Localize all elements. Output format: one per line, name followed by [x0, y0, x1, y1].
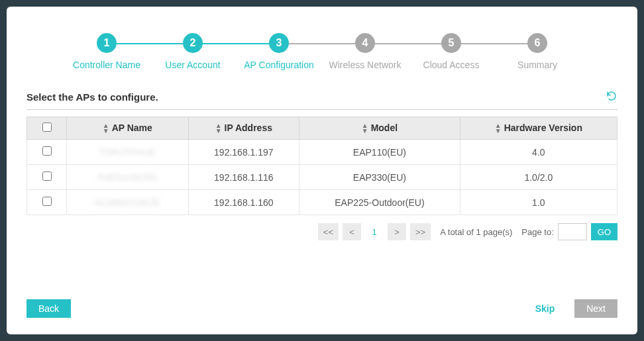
- header-hw[interactable]: ▲▼Hardware Version: [460, 117, 617, 140]
- step-connector: [193, 43, 279, 44]
- model-cell: EAP110(EU): [299, 140, 460, 165]
- step-circle: 4: [355, 33, 375, 53]
- ip-cell: 192.168.1.160: [188, 190, 299, 215]
- skip-button[interactable]: Skip: [523, 299, 567, 318]
- step-user-account: 2 User Account: [150, 33, 236, 70]
- step-label: Cloud Access: [423, 60, 480, 70]
- page-prev-button[interactable]: <: [343, 223, 361, 240]
- step-circle: 6: [527, 33, 547, 53]
- section-title: Select the APs to configure.: [27, 91, 158, 103]
- hw-cell: 4.0: [460, 140, 617, 165]
- go-button[interactable]: GO: [591, 223, 617, 240]
- stepper: 1 Controller Name 2 User Account 3 AP Co…: [27, 33, 617, 70]
- model-cell: EAP330(EU): [299, 165, 460, 190]
- table-row: TDRUTPHUE 192.168.1.197 EAP110(EU) 4.0: [27, 140, 617, 165]
- ap-name-cell: TDRUTPHUE: [99, 147, 156, 158]
- ap-table: ▲▼AP Name ▲▼IP Address ▲▼Model ▲▼Hardwar…: [27, 117, 617, 215]
- table-header-row: ▲▼AP Name ▲▼IP Address ▲▼Model ▲▼Hardwar…: [27, 117, 617, 140]
- page-current-button[interactable]: 1: [365, 223, 384, 240]
- header-ap-name[interactable]: ▲▼AP Name: [67, 117, 189, 140]
- step-label: Summary: [517, 60, 557, 70]
- step-ap-configuration: 3 AP Configuration: [236, 33, 322, 70]
- total-pages-text: A total of 1 page(s): [440, 227, 512, 237]
- table-row: PnESunSCRA 192.168.1.116 EAP330(EU) 1.0/…: [27, 165, 617, 190]
- row-checkbox[interactable]: [42, 146, 52, 156]
- row-checkbox[interactable]: [42, 171, 52, 181]
- table-row: ACMNATDIEZE 192.168.1.160 EAP225-Outdoor…: [27, 190, 617, 215]
- step-label: User Account: [165, 60, 220, 70]
- step-label: AP Configuration: [244, 60, 314, 70]
- step-label: Controller Name: [73, 60, 140, 70]
- step-summary: 6 Summary: [494, 33, 580, 70]
- page-next-button[interactable]: >: [388, 223, 406, 240]
- page-first-button[interactable]: <<: [318, 223, 339, 240]
- header-model[interactable]: ▲▼Model: [299, 117, 460, 140]
- step-connector: [365, 43, 451, 44]
- sort-icon: ▲▼: [215, 123, 222, 134]
- model-cell: EAP225-Outdoor(EU): [299, 190, 460, 215]
- next-button[interactable]: Next: [574, 299, 617, 318]
- step-circle: 2: [183, 33, 203, 53]
- ip-cell: 192.168.1.197: [188, 140, 299, 165]
- page-to-label: Page to:: [521, 227, 553, 237]
- step-connector: [107, 43, 193, 44]
- step-label: Wireless Network: [329, 60, 402, 70]
- sort-icon: ▲▼: [103, 123, 109, 134]
- row-checkbox[interactable]: [42, 197, 52, 206]
- step-wireless-network: 4 Wireless Network: [322, 33, 408, 70]
- step-circle: 3: [269, 33, 289, 53]
- footer-right: Skip Next: [523, 299, 617, 318]
- footer: Back Skip Next: [27, 299, 617, 318]
- pagination: << < 1 > >> A total of 1 page(s) Page to…: [27, 223, 617, 240]
- back-button[interactable]: Back: [27, 299, 71, 318]
- page-last-button[interactable]: >>: [410, 223, 431, 240]
- header-ip[interactable]: ▲▼IP Address: [188, 117, 299, 140]
- sort-icon: ▲▼: [362, 123, 368, 134]
- step-circle: 1: [97, 33, 117, 53]
- ap-name-cell: PnESunSCRA: [97, 172, 157, 183]
- page-input[interactable]: [558, 223, 587, 240]
- step-connector: [451, 43, 537, 44]
- wizard-card: 1 Controller Name 2 User Account 3 AP Co…: [7, 7, 637, 334]
- ap-name-cell: ACMNATDIEZE: [95, 197, 160, 208]
- sort-icon: ▲▼: [495, 123, 502, 134]
- header-select-all: [27, 117, 67, 140]
- hw-cell: 1.0: [460, 190, 617, 215]
- hw-cell: 1.0/2.0: [460, 165, 617, 190]
- select-all-checkbox[interactable]: [42, 122, 52, 132]
- section-header: Select the APs to configure.: [27, 90, 617, 110]
- step-cloud-access: 5 Cloud Access: [408, 33, 494, 70]
- step-connector: [279, 43, 365, 44]
- step-circle: 5: [441, 33, 461, 53]
- step-controller-name: 1 Controller Name: [64, 33, 150, 70]
- ip-cell: 192.168.1.116: [188, 165, 299, 190]
- refresh-icon[interactable]: [606, 90, 617, 104]
